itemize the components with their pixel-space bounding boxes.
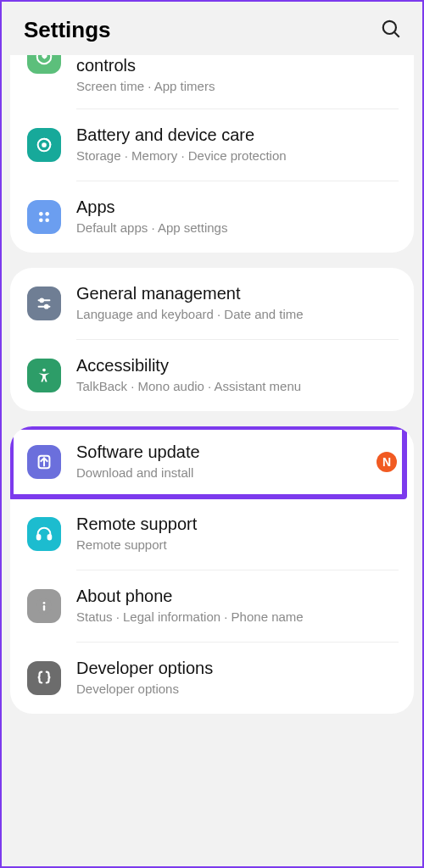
row-text: Software update Download and install [76, 442, 370, 481]
heart-shield-icon [27, 55, 61, 74]
row-title: General management [76, 283, 397, 304]
svg-rect-20 [43, 605, 45, 610]
row-text: About phone Status · Legal information ·… [76, 586, 397, 626]
settings-group-2: General management Language and keyboard… [10, 268, 414, 411]
row-title: Remote support [76, 514, 397, 535]
row-subtitle: Download and install [76, 465, 370, 481]
row-title: Developer options [76, 658, 397, 679]
settings-row-developer-options[interactable]: Developer options Developer options [10, 643, 414, 714]
settings-row-accessibility[interactable]: Accessibility TalkBack · Mono audio · As… [10, 340, 414, 411]
row-title: Apps [76, 197, 397, 218]
row-subtitle: TalkBack · Mono audio · Assistant menu [76, 378, 397, 395]
info-icon [27, 589, 61, 623]
row-text: Remote support Remote support [76, 514, 397, 554]
device-care-icon [27, 128, 61, 162]
page-title: Settings [24, 17, 111, 43]
row-text: Developer options Developer options [76, 658, 397, 698]
svg-rect-16 [48, 534, 52, 539]
row-title: Software update [76, 442, 370, 463]
sliders-icon [27, 287, 61, 320]
row-text: Accessibility TalkBack · Mono audio · As… [76, 355, 397, 395]
settings-row-software-update[interactable]: Software update Download and install N [10, 426, 414, 498]
row-subtitle: Default apps · App settings [76, 220, 397, 236]
row-subtitle: Storage · Memory · Device protection [76, 147, 397, 164]
row-subtitle: Language and keyboard · Date and time [76, 306, 397, 323]
svg-point-8 [45, 218, 49, 222]
settings-row-remote-support[interactable]: Remote support Remote support [10, 498, 414, 570]
svg-point-0 [383, 20, 396, 33]
row-subtitle: Screen time · App timers [76, 78, 397, 95]
row-subtitle: Status · Legal information · Phone name [76, 609, 397, 626]
header: Settings [2, 2, 422, 55]
row-subtitle: Remote support [76, 537, 397, 554]
settings-row-battery-care[interactable]: Battery and device care Storage · Memory… [10, 109, 414, 181]
row-title: About phone [76, 586, 397, 607]
new-badge: N [377, 452, 397, 472]
row-subtitle: Developer options [76, 681, 397, 698]
accessibility-icon [27, 359, 61, 392]
settings-row-digital-wellbeing[interactable]: controls Screen time · App timers [10, 55, 414, 108]
svg-point-4 [42, 143, 46, 147]
row-text: controls Screen time · App timers [76, 55, 397, 95]
svg-point-19 [43, 601, 46, 604]
svg-point-12 [45, 304, 48, 308]
svg-point-5 [39, 212, 43, 216]
row-title: controls [76, 55, 397, 76]
svg-point-6 [45, 212, 49, 216]
row-title: Accessibility [76, 355, 397, 376]
svg-line-1 [394, 32, 399, 36]
svg-point-13 [42, 368, 46, 371]
svg-point-10 [40, 298, 43, 302]
braces-icon [27, 661, 61, 695]
row-text: General management Language and keyboard… [76, 283, 397, 323]
settings-group-3: Software update Download and install N R… [10, 426, 414, 714]
update-arrow-icon [27, 445, 61, 479]
svg-point-7 [39, 218, 43, 222]
settings-row-about-phone[interactable]: About phone Status · Legal information ·… [10, 570, 414, 642]
search-icon[interactable] [380, 18, 402, 43]
settings-row-apps[interactable]: Apps Default apps · App settings [10, 181, 414, 253]
settings-group-1: controls Screen time · App timers Batter… [10, 55, 414, 253]
row-text: Battery and device care Storage · Memory… [76, 125, 397, 164]
row-text: Apps Default apps · App settings [76, 197, 397, 236]
settings-row-general-management[interactable]: General management Language and keyboard… [10, 268, 414, 339]
apps-grid-icon [27, 200, 61, 234]
row-title: Battery and device care [76, 125, 397, 146]
svg-rect-15 [37, 534, 41, 539]
headset-icon [27, 517, 61, 551]
